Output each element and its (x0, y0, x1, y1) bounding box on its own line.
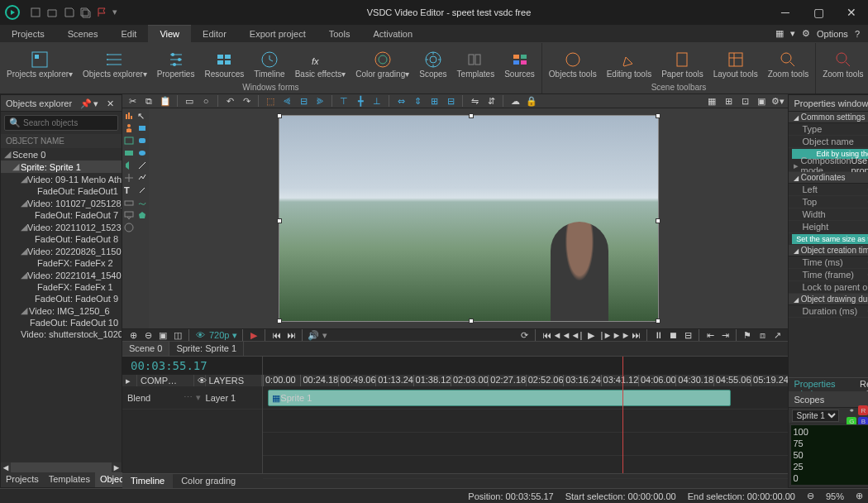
menu-scenes[interactable]: Scenes (56, 25, 110, 42)
timeline-tab-scene[interactable]: Scene 0 (122, 342, 169, 356)
align-left-icon[interactable]: ⫷ (280, 94, 293, 108)
close-button[interactable]: ✕ (835, 0, 868, 25)
qat-dropdown-icon[interactable]: ▾ (112, 7, 124, 18)
volume-icon[interactable]: 🔊 (308, 329, 319, 341)
maximize-button[interactable]: ▢ (802, 0, 835, 25)
object-tree[interactable]: ◢Scene 0◢Sprite: Sprite 1◢Video: 09-11 M… (1, 148, 122, 462)
align-top-icon[interactable]: ⊤ (337, 94, 351, 108)
menu-view[interactable]: View (148, 25, 191, 42)
pen-tool-icon[interactable] (137, 185, 147, 195)
frame-back-icon[interactable]: ◄| (570, 329, 582, 341)
image-icon[interactable] (124, 136, 134, 146)
circle-icon[interactable]: ○ (199, 94, 212, 108)
timeline-clip[interactable]: ▦ Sprite 1 (268, 390, 730, 406)
menu-projects[interactable]: Projects (0, 25, 56, 42)
qat-save-icon[interactable] (63, 7, 74, 18)
layout-icon[interactable]: ▦ (775, 28, 784, 39)
editing-tools-button[interactable]: Editing tools (603, 48, 655, 80)
timeline-layer-row[interactable]: Blend ⋯ ▾ Layer 1 (122, 386, 262, 410)
menu-activation[interactable]: Activation (361, 25, 424, 42)
loop-icon[interactable]: ⟳ (518, 329, 530, 341)
gear2-icon[interactable]: ⚙▾ (771, 94, 785, 108)
tl-hdr-vis-icon[interactable]: 👁 (194, 375, 206, 386)
help-icon[interactable]: ? (855, 29, 860, 39)
panel-menu-icon[interactable]: ▾ (93, 98, 103, 108)
undo-icon[interactable]: ↶ (223, 94, 236, 108)
timeline-track[interactable]: ▦ Sprite 1 (263, 386, 788, 410)
next-clip-icon[interactable]: ⏭ (285, 329, 297, 341)
timeline-ruler[interactable]: 0:00.0000:24.1800:49.0601:13.2401:38.120… (263, 375, 788, 386)
marker-icon[interactable]: ⚑ (742, 329, 753, 341)
shape-tool-icon[interactable] (137, 210, 147, 220)
scope-link-icon[interactable]: ⚭ (847, 405, 856, 415)
tree-node[interactable]: FadeOut: FadeOut 7 (1, 209, 122, 221)
tree-node[interactable]: FadeFX: FadeFx 1 (1, 281, 122, 293)
blend-mode[interactable]: Blend (127, 393, 179, 403)
sources-button[interactable]: Sources (501, 48, 538, 80)
tree-node[interactable]: Video: shutterstock_1020073123… (1, 328, 122, 340)
play-red-icon[interactable]: ▶ (248, 329, 260, 341)
qat-open-icon[interactable] (46, 7, 58, 18)
zoom-out-icon[interactable]: ⊖ (142, 329, 154, 341)
pause-icon[interactable]: ⏸ (652, 329, 664, 341)
preview-resolution[interactable]: 720p (209, 330, 229, 340)
zoom-tools-button[interactable]: Zoom tools (765, 48, 812, 80)
play-icon[interactable]: ▶ (585, 329, 597, 341)
tab-resources-window[interactable]: Resources window (855, 378, 868, 390)
prop-section-drawing[interactable]: Object drawing duration (789, 294, 868, 305)
layer-name[interactable]: Layer 1 (206, 393, 257, 403)
crop-icon[interactable]: ⧈ (756, 329, 768, 341)
person-icon[interactable] (124, 123, 134, 133)
center-v-icon[interactable]: ⊟ (444, 94, 457, 108)
tree-node[interactable]: ◢Scene 0 (1, 148, 122, 160)
status-zoom[interactable]: 95% (826, 491, 844, 501)
prop-section-creation[interactable]: Object creation time (789, 245, 868, 256)
tree-node[interactable]: ◢Video: 09-11 Menlo Atherton_1 (1, 173, 122, 185)
tl-hdr-toggle[interactable]: ▸ (122, 375, 137, 386)
align-mid-icon[interactable]: ╋ (354, 94, 367, 108)
color-grading-button[interactable]: Color grading▾ (352, 48, 413, 80)
move-icon[interactable] (124, 173, 134, 183)
flipv-icon[interactable]: ⇵ (484, 94, 498, 108)
tree-node[interactable]: ◢Video: 20221014_154027_5 (1, 269, 122, 281)
app-logo-icon[interactable] (0, 5, 25, 20)
export-frame-icon[interactable]: ↗ (771, 329, 783, 341)
chevron-down-icon[interactable]: ▾ (790, 28, 795, 39)
tree-node[interactable]: ◢Video: 20220826_115006_4 (1, 245, 122, 257)
menu-editor[interactable]: Editor (191, 25, 238, 42)
goto-start-icon[interactable]: ⏮ (541, 329, 552, 341)
search-field[interactable] (23, 118, 128, 127)
cut-icon[interactable]: ✂ (126, 94, 139, 108)
set-parent-size-button[interactable]: Set the same size as the parent has (792, 234, 868, 244)
options-label[interactable]: Options (817, 29, 848, 39)
counter-icon[interactable] (124, 223, 134, 232)
qat-new-icon[interactable] (30, 7, 41, 18)
tree-node[interactable]: ◢Video: 20211012_152305_3 (1, 221, 122, 233)
in-point-icon[interactable]: ⇤ (704, 329, 716, 341)
rect-tool-icon[interactable] (137, 123, 147, 133)
center-h-icon[interactable]: ⊞ (427, 94, 441, 108)
goto-end-icon[interactable]: ⏭ (630, 329, 641, 341)
frame-fwd-icon[interactable]: |► (600, 329, 612, 341)
tab-templates[interactable]: Templates … (44, 472, 95, 487)
prop-section-common[interactable]: Common settings (789, 112, 868, 123)
basic-effects-button[interactable]: fxBasic effects▾ (292, 48, 350, 80)
grid2-icon[interactable]: ⊞ (722, 94, 735, 108)
resources-button[interactable]: Resources (201, 48, 247, 80)
zoom-in-icon[interactable]: ⊕ (127, 329, 139, 341)
dist-v-icon[interactable]: ⇕ (411, 94, 424, 108)
menu-export[interactable]: Export project (238, 25, 317, 42)
scene-canvas[interactable] (149, 108, 788, 328)
tree-node[interactable]: FadeOut: FadeOut 9 (1, 293, 122, 304)
copy-icon[interactable]: ⧉ (142, 94, 155, 108)
horizontal-scrollbar[interactable]: ◄► (1, 462, 122, 472)
search-input[interactable]: 🔍✕ (4, 115, 118, 131)
panel-close-icon[interactable]: ✕ (107, 98, 117, 108)
redo-icon[interactable]: ↷ (240, 94, 253, 108)
align-bot-icon[interactable]: ⊥ (370, 94, 384, 108)
menu-edit[interactable]: Edit (109, 25, 148, 42)
step-fwd-icon[interactable]: ►► (615, 329, 627, 341)
step-back-icon[interactable]: ◄◄ (556, 329, 567, 341)
scope-source-select[interactable]: Sprite 1 (792, 410, 839, 422)
timeline-button[interactable]: Timeline (250, 48, 288, 80)
